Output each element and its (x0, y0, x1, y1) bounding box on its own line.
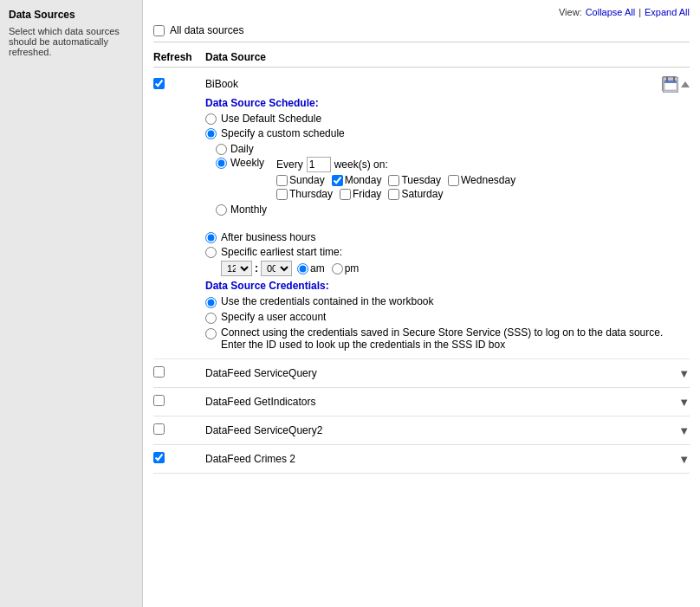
all-sources-row: All data sources (153, 24, 690, 42)
every-label: Every (276, 158, 303, 171)
thursday-checkbox[interactable] (276, 189, 288, 200)
saturday-day: Saturday (388, 188, 443, 200)
simple-row-name-2: DataFeed ServiceQuery2 (205, 424, 678, 436)
specify-user-radio[interactable] (205, 313, 217, 324)
days-row-1: Sunday Monday Tuesday (276, 174, 690, 186)
weekly-options: Every week(s) on: Sunday (276, 157, 690, 202)
use-default-label: Use Default Schedule (221, 113, 321, 125)
tuesday-day: Tuesday (388, 174, 441, 186)
monday-label: Monday (345, 174, 382, 186)
monday-day: Monday (332, 174, 382, 186)
simple-rows-container: DataFeed ServiceQuery ▼ DataFeed GetIndi… (153, 359, 690, 474)
am-radio[interactable] (297, 263, 308, 274)
sidebar-description: Select which data sources should be auto… (9, 26, 133, 57)
use-default-radio-row: Use Default Schedule (205, 113, 690, 125)
view-label: View: (559, 7, 582, 17)
tuesday-label: Tuesday (401, 174, 441, 186)
collapse-bibook-icon[interactable] (681, 81, 690, 87)
wednesday-day: Wednesday (448, 174, 515, 186)
bibook-check-cell (153, 76, 205, 92)
sunday-checkbox[interactable] (276, 175, 288, 186)
simple-row-checkbox-1[interactable] (153, 395, 165, 406)
monthly-label: Monthly (230, 203, 267, 216)
monthly-radio[interactable] (216, 204, 227, 216)
collapse-all-link[interactable]: Collapse All (586, 7, 635, 17)
calendar-icon[interactable] (662, 76, 677, 92)
weekly-freq-row: Weekly Every week(s) on: (216, 157, 690, 202)
after-business-radio[interactable] (205, 232, 217, 243)
main-content: View: Collapse All | Expand All All data… (143, 0, 700, 607)
custom-schedule-area: Daily Weekly Every (216, 143, 690, 216)
specific-start-radio[interactable] (205, 247, 217, 258)
daily-freq-row: Daily (216, 143, 690, 155)
hour-select[interactable]: 12 1234 5678 91011 (221, 261, 252, 276)
bibook-name: BiBook (205, 78, 238, 90)
specify-user-cred-row: Specify a user account (205, 311, 690, 324)
specify-custom-radio[interactable] (205, 128, 217, 139)
secure-store-radio[interactable] (205, 328, 217, 339)
specific-start-row: Specific earliest start time: (205, 246, 690, 258)
monthly-freq-row: Monthly (216, 203, 690, 216)
all-sources-checkbox[interactable] (153, 25, 165, 36)
thursday-day: Thursday (276, 188, 333, 200)
schedule-title: Data Source Schedule: (205, 97, 690, 109)
daily-label: Daily (230, 143, 254, 155)
top-bar: View: Collapse All | Expand All (153, 7, 690, 17)
daily-label-cell: Daily (216, 143, 276, 155)
bibook-controls (662, 76, 690, 92)
monday-checkbox[interactable] (332, 175, 343, 186)
simple-row-name-1: DataFeed GetIndicators (205, 396, 678, 408)
days-row-2: Thursday Friday Saturday (276, 188, 690, 200)
col-refresh-header: Refresh (153, 51, 205, 63)
time-inputs-row: 12 1234 5678 91011 : 00153045 am (221, 261, 690, 276)
weekly-label-cell: Weekly (216, 157, 276, 169)
expand-row-icon-0[interactable]: ▼ (678, 367, 690, 380)
weekly-label: Weekly (230, 157, 264, 169)
expand-all-link[interactable]: Expand All (645, 7, 690, 17)
thursday-label: Thursday (289, 188, 333, 200)
schedule-section: Data Source Schedule: Use Default Schedu… (205, 92, 690, 223)
expand-row-icon-1[interactable]: ▼ (678, 396, 690, 409)
use-default-radio[interactable] (205, 113, 217, 125)
simple-row-checkbox-2[interactable] (153, 423, 165, 435)
specify-custom-radio-row: Specify a custom schedule (205, 127, 690, 139)
col-datasource-header: Data Source (205, 51, 690, 63)
minute-select[interactable]: 00153045 (261, 261, 292, 276)
use-workbook-cred-row: Use the credentials contained in the wor… (205, 295, 690, 308)
time-separator: : (255, 262, 258, 274)
table-header: Refresh Data Source (153, 48, 690, 68)
expand-row-icon-2[interactable]: ▼ (678, 424, 690, 437)
simple-row-check-0 (153, 366, 205, 380)
bibook-checkbox[interactable] (153, 78, 165, 89)
specific-start-label: Specific earliest start time: (221, 246, 342, 258)
use-workbook-radio[interactable] (205, 297, 217, 308)
sunday-day: Sunday (276, 174, 325, 186)
simple-row-checkbox-0[interactable] (153, 366, 165, 378)
saturday-checkbox[interactable] (388, 189, 399, 200)
simple-row-checkbox-3[interactable] (153, 452, 165, 463)
sunday-label: Sunday (289, 174, 325, 186)
simple-row-0: DataFeed ServiceQuery ▼ (153, 359, 690, 388)
daily-radio[interactable] (216, 144, 227, 155)
friday-checkbox[interactable] (340, 189, 351, 200)
use-workbook-label: Use the credentials contained in the wor… (221, 295, 433, 307)
bibook-header: BiBook (205, 76, 690, 92)
simple-row-name-0: DataFeed ServiceQuery (205, 367, 678, 379)
weeks-on-label: week(s) on: (334, 158, 388, 171)
simple-row-1: DataFeed GetIndicators ▼ (153, 388, 690, 417)
simple-row-check-3 (153, 452, 205, 466)
specify-custom-label: Specify a custom schedule (221, 127, 345, 139)
wednesday-checkbox[interactable] (448, 175, 459, 186)
credentials-title: Data Source Credentials: (205, 280, 690, 292)
bibook-row: BiBook (153, 71, 690, 359)
saturday-label: Saturday (401, 188, 443, 200)
tuesday-checkbox[interactable] (388, 175, 399, 186)
pm-radio[interactable] (332, 263, 343, 274)
weekly-radio[interactable] (216, 158, 227, 169)
separator: | (638, 7, 641, 17)
simple-row-check-2 (153, 423, 205, 437)
monthly-label-cell: Monthly (216, 203, 276, 216)
expand-row-icon-3[interactable]: ▼ (678, 453, 690, 466)
sidebar: Data Sources Select which data sources s… (0, 0, 143, 607)
week-number-input[interactable] (307, 157, 331, 172)
